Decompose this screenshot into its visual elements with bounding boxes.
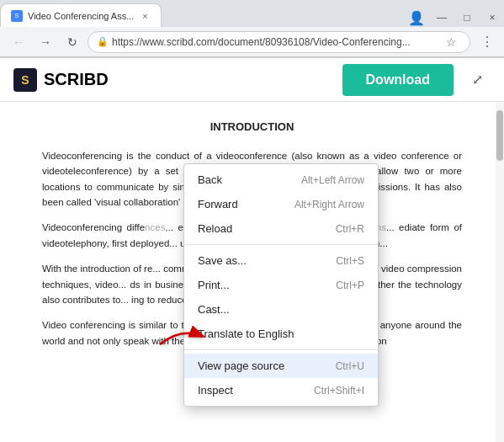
context-menu-back-label: Back xyxy=(198,173,294,186)
tab-close-button[interactable]: × xyxy=(139,10,151,22)
tab-favicon: S xyxy=(11,10,23,22)
document-title: INTRODUCTION xyxy=(42,119,462,136)
scribd-logo-icon: S xyxy=(13,68,37,92)
context-menu-forward-shortcut: Alt+Right Arrow xyxy=(294,199,364,210)
context-menu-save-as-shortcut: Ctrl+S xyxy=(336,255,364,267)
secure-icon: 🔒 xyxy=(97,36,109,47)
context-menu-view-source[interactable]: View page source Ctrl+U xyxy=(184,354,378,378)
context-menu-print[interactable]: Print... Ctrl+P xyxy=(184,273,378,297)
minimize-button[interactable]: — xyxy=(430,8,454,27)
context-menu-view-source-shortcut: Ctrl+U xyxy=(336,360,364,372)
window-controls: 👤 — □ × xyxy=(405,8,504,27)
menu-divider-2 xyxy=(184,349,378,350)
context-menu-translate[interactable]: Translate to English xyxy=(184,322,378,346)
context-menu-cast-label: Cast... xyxy=(198,303,358,316)
context-menu-print-label: Print... xyxy=(198,279,329,291)
context-menu-forward-label: Forward xyxy=(198,198,288,210)
scrollbar-thumb[interactable] xyxy=(496,110,503,161)
browser-menu-button[interactable]: ⋮ xyxy=(477,32,497,52)
context-menu-reload[interactable]: Reload Ctrl+R xyxy=(184,216,378,241)
context-menu-forward[interactable]: Forward Alt+Right Arrow xyxy=(184,192,378,216)
tab-strip: S Video Conferencing Ass... × 👤 — □ × xyxy=(0,0,504,27)
scribd-header: S SCRIBD Download ⤢ xyxy=(0,58,504,102)
menu-divider-1 xyxy=(184,244,378,245)
context-menu-inspect-label: Inspect xyxy=(198,384,307,397)
address-bar: ← → ↻ 🔒 https://www.scribd.com/document/… xyxy=(0,27,504,57)
scrollbar[interactable] xyxy=(496,102,504,442)
reload-button[interactable]: ↻ xyxy=(61,30,84,54)
context-menu-print-shortcut: Ctrl+P xyxy=(336,280,364,291)
fullscreen-button[interactable]: ⤢ xyxy=(464,67,491,93)
tab-title: Video Conferencing Ass... xyxy=(28,11,134,21)
scribd-logo: S SCRIBD xyxy=(13,68,109,92)
context-menu-reload-label: Reload xyxy=(198,222,329,235)
context-menu-save-as[interactable]: Save as... Ctrl+S xyxy=(184,248,378,273)
context-menu-inspect-shortcut: Ctrl+Shift+I xyxy=(314,385,364,397)
forward-button[interactable]: → xyxy=(34,30,57,54)
context-menu: Back Alt+Left Arrow Forward Alt+Right Ar… xyxy=(183,163,379,407)
context-menu-reload-shortcut: Ctrl+R xyxy=(336,223,364,235)
user-icon[interactable]: 👤 xyxy=(405,8,428,27)
maximize-button[interactable]: □ xyxy=(455,8,479,27)
context-menu-back[interactable]: Back Alt+Left Arrow xyxy=(184,168,378,192)
context-menu-inspect[interactable]: Inspect Ctrl+Shift+I xyxy=(184,378,378,402)
scribd-logo-text: SCRIBD xyxy=(44,70,109,89)
close-button[interactable]: × xyxy=(480,8,504,27)
context-menu-cast[interactable]: Cast... xyxy=(184,297,378,322)
url-text: https://www.scribd.com/document/80936108… xyxy=(112,36,441,48)
context-menu-save-as-label: Save as... xyxy=(198,254,329,267)
context-menu-back-shortcut: Alt+Left Arrow xyxy=(301,174,364,186)
context-menu-translate-label: Translate to English xyxy=(198,328,358,340)
context-menu-view-source-label: View page source xyxy=(198,359,329,372)
browser-chrome: S Video Conferencing Ass... × 👤 — □ × ← … xyxy=(0,0,504,58)
bookmark-icon[interactable]: ☆ xyxy=(441,32,461,52)
back-button[interactable]: ← xyxy=(7,30,30,54)
download-button[interactable]: Download xyxy=(342,64,454,96)
active-tab[interactable]: S Video Conferencing Ass... × xyxy=(0,3,162,27)
url-box[interactable]: 🔒 https://www.scribd.com/document/809361… xyxy=(88,31,470,53)
page-area: S SCRIBD Download ⤢ INTRODUCTION Videoco… xyxy=(0,58,504,442)
